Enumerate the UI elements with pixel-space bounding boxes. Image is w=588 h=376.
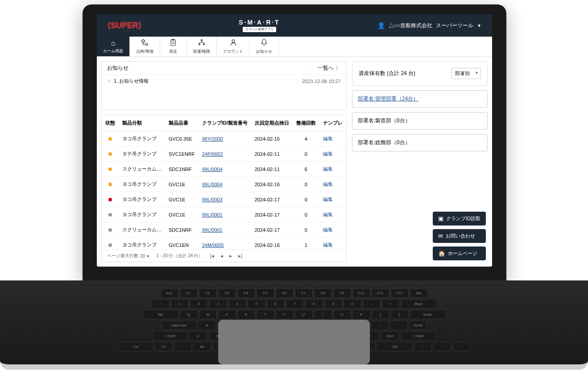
keyboard-key: F10 — [352, 288, 370, 298]
cell-model: GVC1E — [165, 192, 199, 207]
edit-link[interactable]: 編集 — [323, 151, 333, 156]
department-row[interactable]: 部署名:管理部署（24台） — [352, 90, 488, 108]
table-row: ヨコ吊クランプ GVC1E 99L/0004 2024-02-16 0 編集 — [102, 177, 346, 192]
col-clamp-id[interactable]: クランプID/製造番号 — [199, 115, 251, 131]
keyboard-key: Home — [409, 321, 427, 330]
pagination: ページ最大行数 20 ▾ 1 - 20 行（合計 24 行） |◂ ◂ ▸ ▸| — [102, 250, 346, 262]
clamp-id-link[interactable]: 99L/0001 — [202, 227, 223, 233]
department-row[interactable]: 部署名:製造部（0台） — [352, 112, 488, 130]
svg-point-9 — [232, 40, 235, 42]
logo: ⟨SUPER⟩ — [108, 21, 141, 30]
nav-tab-assets[interactable]: 資産 — [160, 37, 187, 56]
home-icon: ⌂ — [111, 39, 116, 47]
cell-next-date: 2024-02-11 — [251, 146, 293, 162]
clamp-id-link[interactable]: 98Y/2000 — [202, 136, 223, 142]
table-row: ヨコ吊クランプ GVC0.35E 98Y/2000 2024-02-15 4 編… — [102, 131, 346, 146]
cell-category: ヨコ吊クランプ — [119, 207, 165, 222]
table-row: スクリューカム… SDC1NRF 99L/0004 2024-02-11 6 編… — [102, 162, 346, 177]
col-count[interactable]: 整備回数 — [293, 115, 319, 131]
status-dot — [108, 243, 112, 247]
nav-tab-account[interactable]: アカウント — [217, 37, 250, 56]
nav-tab-inspection[interactable]: 点検/整備 — [130, 37, 160, 56]
notification-list-link[interactable]: 一覧へ 〉 — [312, 64, 341, 72]
last-page-button[interactable]: ▸| — [238, 253, 242, 259]
col-template[interactable]: テンプレ — [319, 115, 346, 131]
rows-per-page-value[interactable]: 20 — [140, 254, 145, 259]
keyboard-key — [174, 342, 192, 351]
cell-next-date: 2024-02-11 — [251, 162, 293, 177]
cell-count: 4 — [293, 131, 319, 146]
nav-tabs: ⌂ ホーム画面 点検/整備 資産 部署/権限 — [97, 37, 492, 57]
col-status[interactable]: 状態 — [102, 115, 119, 131]
cell-model: SDC1NRF — [165, 162, 199, 177]
clamp-id-link[interactable]: 99L/0001 — [202, 212, 223, 217]
contact-button[interactable]: ✉ お問い合わせ — [433, 229, 486, 243]
nav-tab-news[interactable]: お知らせ — [250, 37, 279, 56]
asset-summary-header: 資産保有数 (合計 24 台) 部署別 — [352, 61, 488, 86]
inspection-icon — [141, 39, 149, 48]
edit-link[interactable]: 編集 — [323, 242, 333, 247]
edit-link[interactable]: 編集 — [323, 227, 333, 232]
clamp-id-link[interactable]: 99L/0003 — [202, 197, 223, 202]
notification-item[interactable]: ✉ 1. お知らせ情報 2023-12-08 10:27 — [102, 75, 346, 87]
main-content: お知らせ 一覧へ 〉 ✉ 1. お知らせ情報 2023-12-08 10:27 — [97, 57, 492, 267]
keyboard-key: F12 — [391, 288, 409, 298]
edit-link[interactable]: 編集 — [323, 166, 333, 171]
app-screen: ⟨SUPER⟩ S·M·A·Я·T スマート管理アプリ 👤 △○○造船株式会社 … — [97, 14, 492, 267]
brand-sub: スマート管理アプリ — [243, 27, 276, 32]
first-page-button[interactable]: |◂ — [210, 253, 214, 259]
left-panel: お知らせ 一覧へ 〉 ✉ 1. お知らせ情報 2023-12-08 10:27 — [101, 61, 347, 262]
edit-link[interactable]: 編集 — [323, 196, 333, 202]
prev-page-button[interactable]: ◂ — [220, 253, 223, 259]
asset-view-select[interactable]: 部署別 — [451, 68, 481, 79]
clamp-id-link[interactable]: 24M/0005 — [202, 242, 224, 248]
nav-tab-home[interactable]: ⌂ ホーム画面 — [97, 37, 130, 56]
chevron-right-icon: 〉 — [335, 64, 341, 72]
notification-header: お知らせ 一覧へ 〉 — [102, 62, 346, 75]
col-model[interactable]: 製品品番 — [165, 115, 199, 131]
notification-item-date: 2023-12-08 10:27 — [296, 79, 341, 84]
chevron-down-icon[interactable]: ▾ — [147, 254, 149, 259]
edit-link[interactable]: 編集 — [323, 136, 333, 141]
clamp-id-link[interactable]: 24P/0002 — [202, 151, 223, 157]
nav-tab-departments[interactable]: 部署/権限 — [187, 37, 217, 56]
cell-count: 1 — [293, 238, 319, 250]
cell-model: GVC1E — [165, 177, 199, 192]
laptop-frame: ⟨SUPER⟩ S·M·A·Я·T スマート管理アプリ 👤 △○○造船株式会社 … — [83, 4, 506, 281]
homepage-button[interactable]: 🏠 ホームページ — [433, 246, 486, 260]
department-row[interactable]: 部署名:総務部（0台） — [352, 134, 488, 151]
keyboard-key: Q — [180, 310, 198, 319]
cell-next-date: 2024-02-16 — [251, 177, 293, 192]
status-dot — [108, 137, 112, 141]
keyboard-key: E — [218, 310, 236, 319]
clamp-id-read-button[interactable]: ▣ クランプID読取 — [433, 212, 486, 226]
trackpad — [218, 320, 370, 364]
company-label: △○○造船株式会社 — [389, 22, 433, 29]
svg-point-8 — [203, 43, 205, 45]
keyboard-key: F2 — [199, 288, 217, 298]
keyboard-key: Ctrl — [377, 342, 413, 351]
keyboard-key: ] — [391, 310, 409, 319]
keyboard-key: Alt — [193, 342, 211, 351]
svg-point-1 — [146, 43, 148, 45]
table-row: ヨコ吊クランプ GVC1EN 24M/0005 2024-02-16 1 編集 — [102, 238, 346, 250]
floating-actions: ▣ クランプID読取 ✉ お問い合わせ 🏠 ホームページ — [433, 212, 486, 260]
nav-label: 点検/整備 — [136, 49, 153, 54]
next-page-button[interactable]: ▸ — [229, 253, 232, 259]
keyboard-key: Tab — [143, 310, 178, 319]
clamp-id-link[interactable]: 99L/0004 — [202, 167, 223, 172]
keyboard-key: 8 — [305, 299, 323, 309]
col-next-date[interactable]: 次回定期点検日 — [251, 115, 293, 131]
keyboard-key: 4 — [228, 299, 246, 309]
keyboard-key: W — [199, 310, 217, 319]
org-icon — [198, 39, 206, 48]
user-menu[interactable]: 👤 △○○造船株式会社 スーパーツール ▼ — [377, 22, 481, 29]
clamp-id-link[interactable]: 99L/0004 — [202, 182, 223, 187]
keyboard-key: → — [452, 342, 470, 351]
col-category[interactable]: 製品分類 — [119, 115, 165, 131]
edit-link[interactable]: 編集 — [323, 212, 333, 217]
keyboard-key: 6 — [267, 299, 285, 309]
keyboard-key: F6 — [276, 288, 294, 298]
edit-link[interactable]: 編集 — [323, 181, 333, 187]
nav-label: アカウント — [223, 49, 243, 54]
